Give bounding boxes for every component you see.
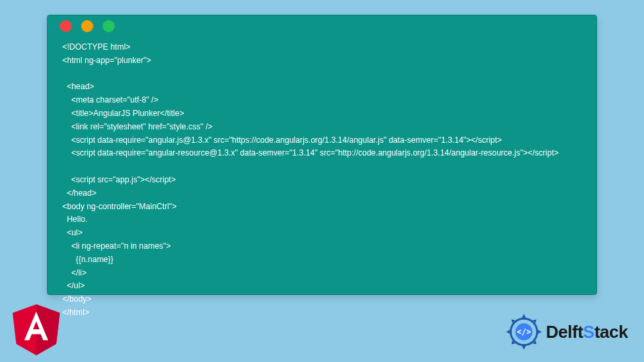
svg-marker-5 <box>506 330 511 335</box>
code-line: </head> <box>62 188 97 198</box>
code-line: <body ng-controller="MainCtrl"> <box>62 202 176 211</box>
maximize-dot-icon <box>103 20 115 32</box>
minimize-dot-icon <box>81 20 93 32</box>
footer: </> DelftStack <box>0 302 644 362</box>
code-line: <title>AngularJS Plunker</title> <box>62 109 184 118</box>
angular-logo-icon <box>12 304 60 358</box>
delftstack-logo: </> DelftStack <box>504 312 628 351</box>
window-titlebar <box>48 15 596 37</box>
code-line: <ul> <box>62 228 83 237</box>
code-line: <script data-require="angular-resource@1… <box>62 148 559 158</box>
code-line: <html ng-app="plunker"> <box>62 56 151 65</box>
code-line: <script data-require="angular.js@1.3.x" … <box>62 135 502 145</box>
code-line: <!DOCTYPE html> <box>62 42 130 52</box>
svg-marker-6 <box>537 330 542 335</box>
code-line: {{n.name}} <box>62 255 113 264</box>
code-line: </li> <box>62 268 87 278</box>
code-line: <meta charset="utf-8" /> <box>62 95 158 105</box>
code-line: </ul> <box>62 281 85 290</box>
delftstack-badge-icon: </> <box>504 312 543 351</box>
code-line: <li ng-repeat="n in names"> <box>62 241 171 251</box>
code-line: <script src="app.js"></script> <box>62 175 176 184</box>
code-body: <!DOCTYPE html> <html ng-app="plunker"> … <box>48 37 596 328</box>
svg-text:</>: </> <box>517 327 531 337</box>
svg-marker-4 <box>521 345 526 350</box>
close-dot-icon <box>60 20 72 32</box>
code-line: <head> <box>62 82 94 91</box>
code-line: <link rel="stylesheet" href="style.css" … <box>62 122 213 131</box>
svg-marker-3 <box>521 314 526 318</box>
code-window: <!DOCTYPE html> <html ng-app="plunker"> … <box>47 15 597 295</box>
delftstack-wordmark: DelftStack <box>546 322 628 343</box>
code-line: Hello. <box>62 215 87 224</box>
